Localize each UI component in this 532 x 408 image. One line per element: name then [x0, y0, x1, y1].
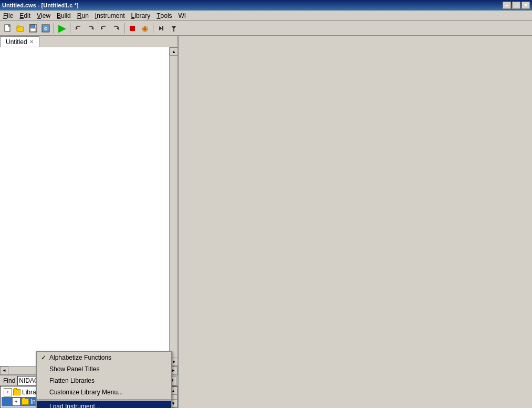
svg-text:⚙: ⚙: [44, 26, 48, 32]
right-panel: [179, 36, 532, 408]
scroll-left-btn[interactable]: ◄: [0, 367, 8, 375]
separator-4: [153, 23, 153, 34]
step-over-btn[interactable]: [155, 23, 167, 34]
check-icon: ✓: [41, 354, 49, 361]
separator-after-customize: [37, 399, 171, 400]
v-scrollbar[interactable]: ▲ ▼: [169, 47, 178, 366]
title-bar-controls: ─ □ ✕: [503, 2, 530, 9]
separator-1: [54, 23, 54, 34]
svg-rect-5: [30, 25, 35, 27]
menu-flatten-libraries[interactable]: Flatten Libraries: [37, 375, 171, 386]
load-instrument-label: Load Instrument...: [49, 403, 100, 408]
menu-library[interactable]: Library: [128, 11, 154, 20]
editor-area[interactable]: ▲ ▼: [0, 47, 178, 366]
instruments-folder-icon: [22, 399, 29, 405]
menu-load-instrument[interactable]: Load Instrument...: [37, 401, 171, 408]
close-btn[interactable]: ✕: [521, 2, 530, 9]
customize-library-label: Customize Library Menu...: [49, 389, 123, 396]
svg-marker-15: [172, 26, 176, 29]
config-btn[interactable]: ⚙: [40, 23, 51, 34]
undo2-btn[interactable]: [98, 23, 109, 34]
libraries-folder-icon: [13, 389, 20, 395]
new-file-btn[interactable]: [2, 23, 14, 34]
tab-close-btn[interactable]: ✕: [29, 39, 34, 45]
step-into-btn[interactable]: [168, 23, 180, 34]
menu-build[interactable]: Build: [54, 11, 74, 20]
menu-tools[interactable]: Tools: [153, 11, 175, 20]
libraries-expand-btn[interactable]: +: [4, 388, 12, 396]
alphabetize-label: Alphabetize Functions: [49, 354, 111, 361]
stop-btn[interactable]: ⏹: [127, 23, 138, 34]
no-check-2: [41, 377, 49, 384]
toolbar: ⚙ ▶ ⏹ ◉: [0, 21, 532, 36]
no-check-4: [41, 403, 49, 408]
maximize-btn[interactable]: □: [512, 2, 520, 9]
menu-file[interactable]: File: [0, 11, 16, 20]
no-check-1: [41, 365, 49, 373]
menu-bar: File Edit View Build Run Instrument Libr…: [0, 11, 532, 21]
separator-3: [124, 23, 124, 34]
svg-rect-3: [17, 26, 19, 27]
undo1-btn[interactable]: [72, 23, 84, 34]
menu-customize-library[interactable]: Customize Library Menu...: [37, 386, 171, 398]
svg-marker-13: [159, 26, 162, 30]
main-area: Untitled ✕ ▲ ▼ ◄ ► Find ▼: [0, 36, 532, 408]
menu-view[interactable]: View: [34, 11, 54, 20]
save-btn[interactable]: [27, 23, 39, 34]
scroll-up-btn[interactable]: ▲: [170, 47, 178, 56]
title-bar: Untitled.cws - [Untitled1.c *] ─ □ ✕: [0, 0, 532, 11]
menu-wi[interactable]: Wi: [175, 11, 189, 20]
run-btn[interactable]: ▶: [56, 23, 68, 34]
find-label: Find: [1, 377, 17, 384]
show-panel-titles-label: Show Panel Titles: [49, 365, 99, 373]
menu-run[interactable]: Run: [74, 11, 92, 20]
context-menu: ✓ Alphabetize Functions Show Panel Title…: [36, 351, 172, 408]
untitled-tab[interactable]: Untitled ✕: [0, 36, 39, 47]
minimize-btn[interactable]: ─: [503, 2, 511, 9]
menu-edit[interactable]: Edit: [16, 11, 34, 20]
flatten-libraries-label: Flatten Libraries: [49, 377, 95, 384]
tab-label: Untitled: [6, 38, 27, 46]
svg-rect-6: [30, 28, 36, 32]
instruments-expand-btn[interactable]: +: [12, 397, 20, 406]
open-btn[interactable]: [15, 23, 26, 34]
redo1-btn[interactable]: [85, 23, 97, 34]
no-check-3: [41, 389, 49, 396]
left-panel: Untitled ✕ ▲ ▼ ◄ ► Find ▼: [0, 36, 179, 408]
title-bar-text: Untitled.cws - [Untitled1.c *]: [2, 2, 503, 8]
tab-bar: Untitled ✕: [0, 36, 178, 47]
break-btn[interactable]: ◉: [139, 23, 151, 34]
menu-instrument[interactable]: Instrument: [92, 11, 128, 20]
redo2-btn[interactable]: [110, 23, 122, 34]
menu-show-panel-titles[interactable]: Show Panel Titles: [37, 363, 171, 375]
separator-2: [70, 23, 70, 34]
menu-alphabetize[interactable]: ✓ Alphabetize Functions: [37, 352, 171, 363]
